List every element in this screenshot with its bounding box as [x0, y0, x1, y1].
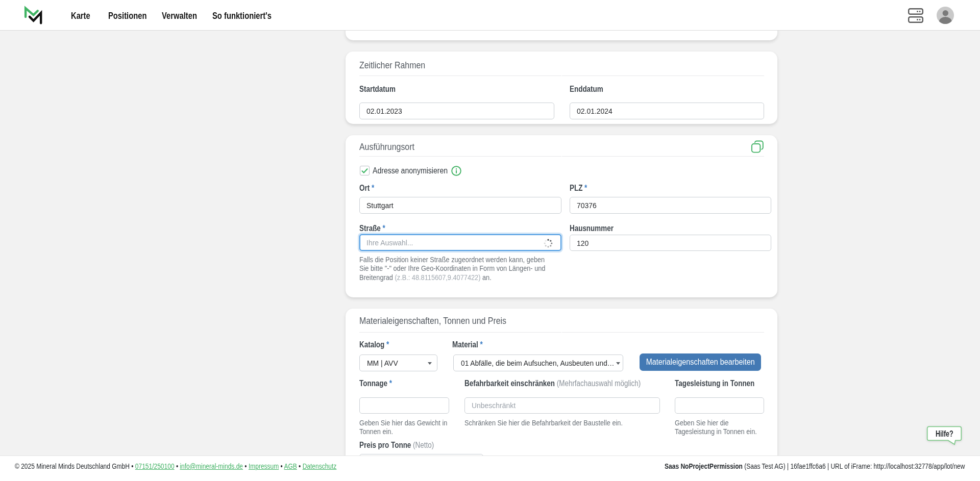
svg-text:Hilfe?: Hilfe?	[936, 429, 953, 438]
